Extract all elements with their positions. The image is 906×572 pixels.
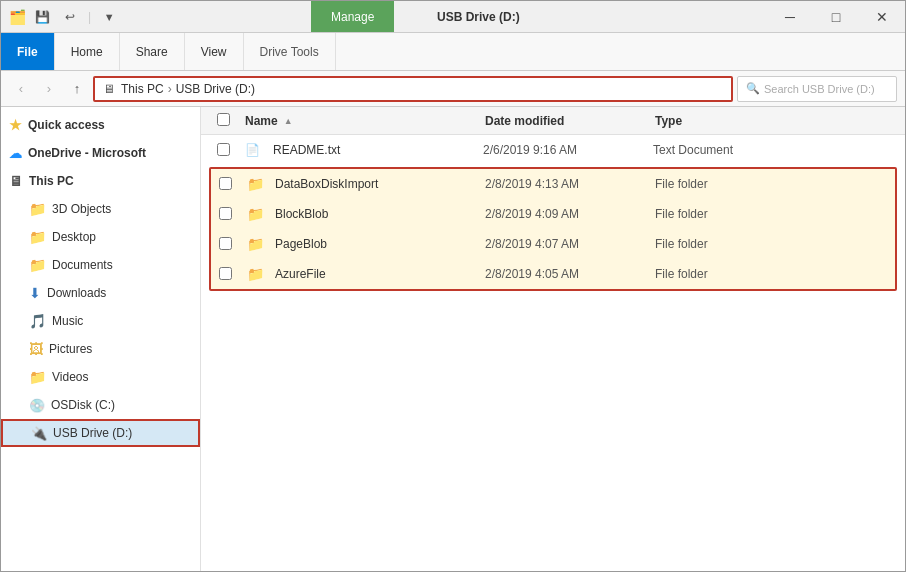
- onedrive-icon: ☁: [9, 146, 22, 161]
- manage-tab[interactable]: Manage: [311, 1, 394, 32]
- folder-icon: 📁: [29, 257, 46, 273]
- folder-icon: 📁: [29, 201, 46, 217]
- sidebar-item-music[interactable]: 🎵 Music: [1, 307, 200, 335]
- sidebar-item-downloads[interactable]: ⬇ Downloads: [1, 279, 200, 307]
- tab-drive-tools-label: Drive Tools: [260, 45, 319, 59]
- select-all-checkbox[interactable]: [217, 113, 230, 126]
- music-icon: 🎵: [29, 313, 46, 329]
- sidebar-item-label: OSDisk (C:): [51, 398, 115, 412]
- search-icon: 🔍: [746, 82, 760, 95]
- folder-icon: 📁: [247, 236, 269, 252]
- explorer-window: 🗂️ 💾 ↩ | ▼ Manage USB Drive (D:) ─ □ ✕ F…: [0, 0, 906, 572]
- tab-share-label: Share: [136, 45, 168, 59]
- sidebar-item-usb-drive[interactable]: 🔌 USB Drive (D:): [1, 419, 200, 447]
- sidebar-item-desktop[interactable]: 📁 Desktop: [1, 223, 200, 251]
- tab-drive-tools[interactable]: Drive Tools: [244, 33, 336, 70]
- row-checkbox[interactable]: [219, 237, 232, 250]
- title-bar-left: 🗂️ 💾 ↩ | ▼: [1, 1, 129, 32]
- file-row-databoxdiskimport[interactable]: 📁 DataBoxDiskImport 2/8/2019 4:13 AM Fil…: [211, 169, 895, 199]
- content-area: Name ▲ Date modified Type 📄 README.txt 2…: [201, 107, 905, 571]
- breadcrumb-this-pc: This PC: [121, 82, 164, 96]
- file-date: 2/8/2019 4:13 AM: [485, 177, 655, 191]
- sidebar-item-label: Documents: [52, 258, 113, 272]
- sidebar-item-documents[interactable]: 📁 Documents: [1, 251, 200, 279]
- sidebar-this-pc[interactable]: 🖥 This PC: [1, 167, 200, 195]
- folder-icon: 📁: [29, 369, 46, 385]
- row-checkbox[interactable]: [217, 143, 230, 156]
- tab-file[interactable]: File: [1, 33, 55, 70]
- window-controls: ─ □ ✕: [767, 1, 905, 32]
- main-area: ★ Quick access ☁ OneDrive - Microsoft 🖥 …: [1, 107, 905, 571]
- folder-icon: 🖼: [29, 341, 43, 357]
- up-button[interactable]: ↑: [65, 77, 89, 101]
- file-row-readme[interactable]: 📄 README.txt 2/6/2019 9:16 AM Text Docum…: [201, 135, 905, 165]
- folder-icon: 📁: [247, 176, 269, 192]
- file-checkbox[interactable]: [219, 207, 247, 220]
- file-checkbox[interactable]: [219, 177, 247, 190]
- search-placeholder: Search USB Drive (D:): [764, 83, 875, 95]
- this-pc-icon: 🖥: [9, 173, 23, 189]
- tab-view[interactable]: View: [185, 33, 244, 70]
- back-button[interactable]: ‹: [9, 77, 33, 101]
- col-name-header[interactable]: Name ▲: [245, 114, 485, 128]
- onedrive-label: OneDrive - Microsoft: [28, 146, 146, 160]
- maximize-button[interactable]: □: [813, 1, 859, 33]
- window-title: USB Drive (D:): [421, 1, 520, 32]
- file-name: DataBoxDiskImport: [275, 177, 485, 191]
- file-name: BlockBlob: [275, 207, 485, 221]
- search-box[interactable]: 🔍 Search USB Drive (D:): [737, 76, 897, 102]
- file-date: 2/6/2019 9:16 AM: [483, 143, 653, 157]
- sidebar-item-pictures[interactable]: 🖼 Pictures: [1, 335, 200, 363]
- file-date: 2/8/2019 4:09 AM: [485, 207, 655, 221]
- quick-access-icon: ★: [9, 117, 22, 133]
- sidebar-item-osdisk[interactable]: 💿 OSDisk (C:): [1, 391, 200, 419]
- quick-access-label: Quick access: [28, 118, 105, 132]
- sidebar-quick-access[interactable]: ★ Quick access: [1, 111, 200, 139]
- file-type: File folder: [655, 267, 887, 281]
- sidebar-onedrive[interactable]: ☁ OneDrive - Microsoft: [1, 139, 200, 167]
- col-date-header[interactable]: Date modified: [485, 114, 655, 128]
- file-checkbox[interactable]: [219, 237, 247, 250]
- tab-share[interactable]: Share: [120, 33, 185, 70]
- sidebar-item-3d-objects[interactable]: 📁 3D Objects: [1, 195, 200, 223]
- row-checkbox[interactable]: [219, 267, 232, 280]
- minimize-button[interactable]: ─: [767, 1, 813, 33]
- sidebar-item-label: Videos: [52, 370, 88, 384]
- window-icon: 🗂️: [9, 9, 26, 25]
- file-type: File folder: [655, 177, 887, 191]
- file-row-pageblob[interactable]: 📁 PageBlob 2/8/2019 4:07 AM File folder: [211, 229, 895, 259]
- tab-file-label: File: [17, 45, 38, 59]
- properties-button[interactable]: ▼: [97, 5, 121, 29]
- file-name: README.txt: [273, 143, 483, 157]
- undo-button[interactable]: ↩: [58, 5, 82, 29]
- address-bar: ‹ › ↑ 🖥 This PC › USB Drive (D:) 🔍 Searc…: [1, 71, 905, 107]
- folder-group: 📁 DataBoxDiskImport 2/8/2019 4:13 AM Fil…: [209, 167, 897, 291]
- column-headers: Name ▲ Date modified Type: [201, 107, 905, 135]
- forward-button[interactable]: ›: [37, 77, 61, 101]
- file-checkbox[interactable]: [219, 267, 247, 280]
- sidebar-item-label: Downloads: [47, 286, 106, 300]
- sidebar-item-label: 3D Objects: [52, 202, 111, 216]
- address-box[interactable]: 🖥 This PC › USB Drive (D:): [93, 76, 733, 102]
- ribbon: File Home Share View Drive Tools: [1, 33, 905, 71]
- folder-icon: 📁: [247, 206, 269, 222]
- tab-home[interactable]: Home: [55, 33, 120, 70]
- file-row-azurefile[interactable]: 📁 AzureFile 2/8/2019 4:05 AM File folder: [211, 259, 895, 289]
- folder-icon: 📁: [29, 229, 46, 245]
- save-button[interactable]: 💾: [30, 5, 54, 29]
- sort-arrow: ▲: [284, 116, 293, 126]
- header-checkbox[interactable]: [217, 113, 245, 129]
- file-type: File folder: [655, 207, 887, 221]
- tab-view-label: View: [201, 45, 227, 59]
- row-checkbox[interactable]: [219, 207, 232, 220]
- sidebar-item-videos[interactable]: 📁 Videos: [1, 363, 200, 391]
- file-checkbox[interactable]: [217, 143, 245, 156]
- sidebar-item-label: Music: [52, 314, 83, 328]
- file-row-blockblob[interactable]: 📁 BlockBlob 2/8/2019 4:09 AM File folder: [211, 199, 895, 229]
- close-button[interactable]: ✕: [859, 1, 905, 33]
- row-checkbox[interactable]: [219, 177, 232, 190]
- file-list: 📄 README.txt 2/6/2019 9:16 AM Text Docum…: [201, 135, 905, 571]
- folder-icon: 📁: [247, 266, 269, 282]
- file-name: PageBlob: [275, 237, 485, 251]
- col-type-header[interactable]: Type: [655, 114, 889, 128]
